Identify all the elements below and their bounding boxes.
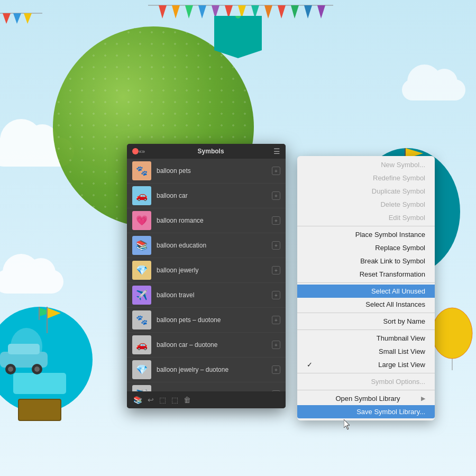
svg-marker-11 [291, 5, 299, 19]
symbol-item[interactable]: ✈️balloon travel – duotone+ [127, 382, 286, 391]
symbol-name: balloon travel [157, 291, 194, 299]
symbol-thumbnail: ✈️ [132, 286, 151, 305]
svg-marker-1 [159, 5, 167, 19]
symbol-item[interactable]: 🐾balloon pets – duotone+ [127, 308, 286, 333]
symbol-thumbnail: 💎 [132, 261, 151, 280]
menu-separator [297, 390, 435, 390]
cloud-left-lower [0, 270, 63, 294]
panel-menu-button[interactable]: ☰ [273, 147, 280, 155]
cm-item-replace-symbol[interactable]: ✓Replace Symbol [297, 241, 435, 254]
symbol-add-button[interactable]: + [272, 167, 280, 175]
symbol-add-button[interactable]: + [272, 191, 280, 200]
symbol-thumbnail: ✈️ [132, 385, 151, 391]
cm-item-open-symbol-library[interactable]: ✓Open Symbol Library▶ [297, 392, 435, 405]
symbol-add-button[interactable]: + [272, 316, 280, 324]
svg-rect-39 [47, 307, 48, 333]
cm-item-redefine-symbol: ✓Redefine Symbol [297, 171, 435, 185]
symbol-name: balloon car – duotone [157, 341, 217, 349]
submenu-arrow: ▶ [421, 395, 425, 402]
symbol-item[interactable]: 📚balloon education+ [127, 233, 286, 258]
symbol-thumbnail: 📚 [132, 236, 151, 255]
cm-item-delete-symbol: ✓Delete Symbol [297, 198, 435, 211]
cm-item-place-symbol[interactable]: ✓Place Symbol Instance [297, 228, 435, 241]
symbol-list: 🐾balloon pets+🚗balloon car+💗balloon roma… [127, 159, 286, 391]
svg-marker-12 [304, 5, 312, 19]
cm-item-symbol-options: ✓Symbol Options... [297, 375, 435, 388]
context-menu: ✓New Symbol...✓Redefine Symbol✓Duplicate… [297, 156, 435, 420]
check-mark: ✓ [307, 361, 313, 369]
new-symbol-icon[interactable]: ⬚ [159, 396, 166, 404]
symbol-name: balloon jewelry – duotone [157, 366, 228, 373]
cm-item-thumbnail-view[interactable]: ✓Thumbnail View [297, 332, 435, 345]
cm-item-save-symbol-library[interactable]: ✓Save Symbol Library... [297, 405, 435, 418]
symbol-item[interactable]: ✈️balloon travel+ [127, 283, 286, 308]
cm-item-sort-by-name[interactable]: ✓Sort by Name [297, 315, 435, 328]
symbol-add-button[interactable]: + [272, 266, 280, 274]
svg-marker-13 [317, 5, 325, 19]
cm-label: Place Symbol Instance [355, 231, 425, 239]
cm-label: Delete Symbol [380, 200, 425, 208]
svg-rect-30 [19, 399, 61, 420]
symbol-add-button[interactable]: + [272, 341, 280, 349]
symbol-item[interactable]: 🚗balloon car – duotone+ [127, 333, 286, 358]
symbol-thumbnail: 💗 [132, 211, 151, 230]
cm-label: Select All Unused [371, 287, 425, 295]
svg-marker-10 [278, 5, 286, 19]
place-icon[interactable]: ↩ [148, 396, 154, 404]
menu-separator [297, 373, 435, 373]
top-left-flags [0, 0, 42, 26]
symbol-add-button[interactable]: + [272, 216, 280, 225]
symbol-add-button[interactable]: + [272, 241, 280, 250]
cm-label: Open Symbol Library [335, 395, 400, 402]
symbol-item[interactable]: 💗balloon romance+ [127, 208, 286, 233]
symbol-item[interactable]: 🚗balloon car+ [127, 184, 286, 208]
svg-marker-43 [13, 13, 21, 24]
cm-label: Symbol Options... [371, 378, 425, 386]
svg-rect-29 [13, 373, 66, 394]
svg-marker-2 [172, 5, 180, 19]
menu-separator [297, 313, 435, 313]
cm-label: Large List View [378, 361, 425, 369]
cm-label: New Symbol... [381, 161, 425, 169]
svg-marker-40 [48, 308, 61, 318]
symbol-thumbnail: 🚗 [132, 335, 151, 354]
symbol-name: balloon pets [157, 167, 191, 175]
cm-item-select-all-unused[interactable]: ✓Select All Unused [297, 285, 435, 298]
symbol-name: balloon pets – duotone [157, 316, 221, 324]
panel-arrows[interactable]: «» [139, 148, 145, 154]
symbol-add-button[interactable]: + [272, 291, 280, 299]
cm-label: Reset Transformation [360, 270, 425, 278]
symbol-item[interactable]: 💎balloon jewelry – duotone+ [127, 358, 286, 382]
delete-icon[interactable]: 🗑 [184, 396, 191, 404]
cm-label: Sort by Name [383, 317, 425, 325]
library-icon[interactable]: 📚 [133, 396, 142, 404]
cm-item-duplicate-symbol: ✓Duplicate Symbol [297, 185, 435, 198]
cm-item-break-link[interactable]: ✓Break Link to Symbol [297, 254, 435, 268]
symbol-thumbnail: 🚗 [132, 186, 151, 205]
cm-label: Break Link to Symbol [360, 257, 425, 265]
symbols-panel: «» Symbols ☰ 🐾balloon pets+🚗balloon car+… [127, 144, 286, 408]
symbol-item[interactable]: 💎balloon jewerly+ [127, 258, 286, 283]
cm-label: Select All Instances [365, 300, 425, 308]
cm-item-small-list-view[interactable]: ✓Small List View [297, 345, 435, 358]
svg-marker-42 [3, 13, 11, 24]
panel-footer: 📚 ↩ ⬚ ⬚ 🗑 [127, 391, 286, 408]
cm-item-large-list-view[interactable]: ✓Large List View [297, 358, 435, 371]
symbol-item[interactable]: 🐾balloon pets+ [127, 159, 286, 184]
menu-separator [297, 329, 435, 330]
panel-close-button[interactable] [132, 148, 139, 154]
banner [214, 16, 262, 58]
duplicate-icon[interactable]: ⬚ [171, 396, 178, 404]
symbol-thumbnail: 💎 [132, 360, 151, 379]
cm-item-select-all-instances[interactable]: ✓Select All Instances [297, 298, 435, 311]
cm-item-reset-transform[interactable]: ✓Reset Transformation [297, 268, 435, 281]
symbol-name: balloon car [157, 192, 188, 199]
cm-label: Replace Symbol [375, 244, 425, 252]
menu-separator [297, 226, 435, 226]
symbol-add-button[interactable]: + [272, 390, 280, 391]
svg-marker-9 [264, 5, 272, 19]
symbol-add-button[interactable]: + [272, 365, 280, 374]
panel-titlebar: «» Symbols ☰ [127, 144, 286, 159]
menu-separator [297, 282, 435, 283]
left-flag [32, 307, 63, 349]
